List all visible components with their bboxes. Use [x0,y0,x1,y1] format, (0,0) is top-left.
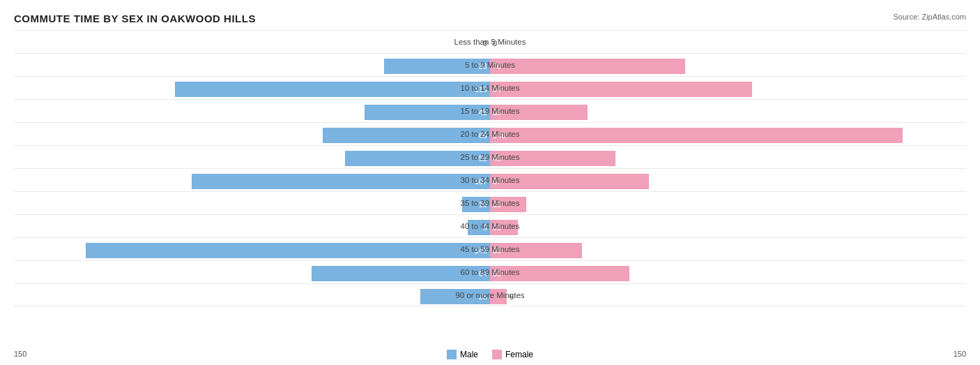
chart-area: Less than 5 Minutes005 to 9 Minutes38701… [14,30,966,313]
chart-container: COMMUTE TIME BY SEX IN OAKWOOD HILLS Sou… [0,0,980,365]
female-bar [490,105,588,120]
chart-row: 30 to 34 Minutes10757 [14,168,966,191]
legend-female-label: Female [505,350,533,359]
legend-male-box [447,350,457,359]
chart-row: 10 to 14 Minutes11394 [14,76,966,99]
chart-row: Less than 5 Minutes00 [14,30,966,53]
male-bar [345,151,490,166]
male-bar [175,82,490,97]
male-value: 10 [479,197,490,212]
female-value: 33 [490,243,501,258]
female-bar [490,82,752,97]
male-value: 107 [475,174,490,189]
male-bar [312,266,490,281]
female-bar [490,128,903,143]
chart-title: COMMUTE TIME BY SEX IN OAKWOOD HILLS [14,13,966,24]
male-bar [323,128,490,143]
female-value: 148 [490,128,505,143]
male-value: 8 [483,220,490,235]
female-bar [490,151,615,166]
male-value: 0 [483,36,487,51]
female-value: 70 [490,59,501,74]
female-value: 45 [490,151,501,166]
legend: Male Female [447,350,533,359]
axis-label-right: 150 [954,350,966,358]
male-value: 25 [479,289,490,304]
female-value: 13 [490,197,501,212]
female-bar [490,174,649,189]
chart-row: 25 to 29 Minutes5245 [14,145,966,168]
axis-label-left: 150 [14,350,26,358]
legend-female-box [492,350,502,359]
female-value: 6 [510,289,514,304]
chart-row: 35 to 39 Minutes1013 [14,191,966,214]
male-value: 60 [479,128,490,143]
female-value: 94 [490,82,501,97]
chart-row: 90 or more Minutes256 [14,283,966,306]
chart-row: 15 to 19 Minutes4535 [14,99,966,122]
female-bar [490,289,507,304]
chart-row: 60 to 89 Minutes6450 [14,260,966,283]
female-value: 0 [493,36,497,51]
male-value: 45 [479,105,490,120]
male-value: 38 [479,59,490,74]
chart-row: 40 to 44 Minutes810 [14,214,966,237]
legend-male-label: Male [460,350,478,359]
male-value: 145 [475,243,490,258]
chart-row: 20 to 24 Minutes60148 [14,122,966,145]
chart-row: 5 to 9 Minutes3870 [14,53,966,76]
male-bar [86,243,490,258]
female-value: 35 [490,105,501,120]
male-bar [365,105,490,120]
chart-row: 45 to 59 Minutes14533 [14,237,966,260]
row-label: Less than 5 Minutes [454,38,526,46]
female-value: 50 [490,266,501,281]
male-value: 113 [475,82,490,97]
female-value: 57 [490,174,501,189]
male-bar [384,59,490,74]
female-bar [490,243,582,258]
source-text: Source: ZipAtlas.com [893,13,966,21]
male-value: 64 [479,266,490,281]
male-bar [192,174,490,189]
female-bar [490,59,685,74]
female-value: 10 [490,220,501,235]
legend-female: Female [492,350,533,359]
male-value: 52 [479,151,490,166]
legend-male: Male [447,350,478,359]
female-bar [490,266,629,281]
